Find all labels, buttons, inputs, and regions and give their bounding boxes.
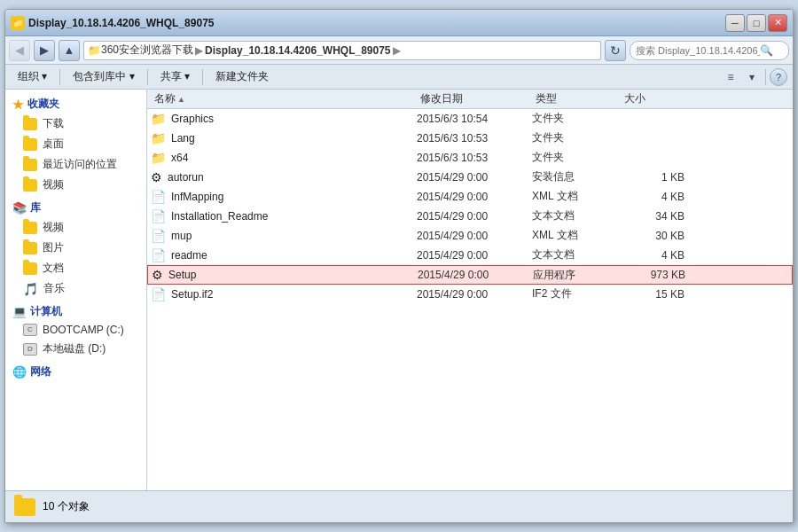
- file-rows-container: 📁 Graphics 2015/6/3 10:54 文件夹 📁 Lang 201…: [147, 109, 793, 304]
- view-icon-button[interactable]: ≡: [721, 68, 740, 86]
- toolbar-separator1: [59, 69, 60, 85]
- file-name-cell: ⚙ autorun: [151, 170, 417, 184]
- sidebar-header-library[interactable]: 📚 库: [5, 199, 146, 217]
- table-row[interactable]: ⚙ autorun 2015/4/29 0:00 安装信息 1 KB: [147, 168, 793, 187]
- share-button[interactable]: 共享 ▾: [153, 67, 197, 87]
- table-row[interactable]: 📄 InfMapping 2015/4/29 0:00 XML 文档 4 KB: [147, 187, 793, 207]
- file-name-cell: 📄 Setup.if2: [151, 287, 417, 301]
- path-separator1: ▶: [195, 44, 203, 57]
- col-header-date[interactable]: 修改日期: [417, 91, 532, 106]
- sidebar-bootcamp-label: BOOTCAMP (C:): [43, 324, 124, 336]
- file-date-cell: 2015/6/3 10:54: [417, 113, 532, 125]
- sidebar-section-computer: 💻 计算机 C BOOTCAMP (C:) D 本地磁盘 (D:): [5, 302, 146, 359]
- status-bar: 10 个对象: [5, 490, 793, 522]
- col-header-size[interactable]: 大小: [621, 91, 692, 106]
- sidebar-item-lib-docs[interactable]: 文档: [5, 258, 146, 278]
- file-size-cell: 34 KB: [621, 210, 692, 223]
- sidebar-item-lib-video[interactable]: 视频: [5, 217, 146, 238]
- sidebar-item-bootcamp[interactable]: C BOOTCAMP (C:): [5, 321, 146, 339]
- file-name: InfMapping: [171, 191, 223, 203]
- search-box[interactable]: 🔍: [630, 41, 789, 60]
- sidebar-desktop-label: 桌面: [43, 137, 64, 152]
- file-icon: ⚙: [152, 268, 163, 282]
- close-button[interactable]: ✕: [768, 14, 787, 32]
- file-name-cell: 📁 Lang: [151, 131, 417, 145]
- file-icon: 📄: [151, 248, 166, 262]
- sidebar-item-lib-pics[interactable]: 图片: [5, 238, 146, 258]
- path-part1: 360安全浏览器下载: [101, 43, 193, 58]
- refresh-button[interactable]: ↻: [605, 40, 626, 61]
- sidebar-item-video[interactable]: 视频: [5, 175, 146, 195]
- file-icon: 📄: [151, 190, 166, 204]
- sidebar-header-favorites[interactable]: ★ 收藏夹: [5, 95, 146, 113]
- sort-arrow-icon: ▲: [177, 95, 185, 104]
- forward-button[interactable]: ▶: [34, 40, 55, 61]
- folder-icon-recent: [23, 159, 37, 171]
- table-row[interactable]: 📁 Graphics 2015/6/3 10:54 文件夹: [147, 109, 793, 129]
- table-row[interactable]: 📄 mup 2015/4/29 0:00 XML 文档 30 KB: [147, 226, 793, 246]
- sidebar-favorites-label: 收藏夹: [27, 97, 59, 112]
- file-date-cell: 2015/6/3 10:53: [417, 132, 532, 145]
- sidebar-item-recent[interactable]: 最近访问的位置: [5, 154, 146, 175]
- sidebar-download-label: 下载: [43, 116, 64, 131]
- path-part2: Display_10.18.14.4206_WHQL_89075: [205, 44, 390, 57]
- sidebar-lib-docs-label: 文档: [43, 261, 64, 276]
- help-button[interactable]: ?: [770, 68, 787, 86]
- file-date-cell: 2015/4/29 0:00: [417, 210, 532, 223]
- sidebar-header-computer[interactable]: 💻 计算机: [5, 302, 146, 321]
- col-header-name[interactable]: 名称 ▲: [151, 91, 417, 106]
- search-input[interactable]: [636, 45, 760, 56]
- computer-icon: 💻: [12, 305, 27, 318]
- file-name-cell: 📄 readme: [151, 248, 417, 262]
- col-type-label: 类型: [536, 91, 557, 106]
- col-size-label: 大小: [624, 91, 645, 106]
- sidebar-item-download[interactable]: 下载: [5, 113, 146, 134]
- title-bar-controls: ─ □ ✕: [725, 14, 787, 32]
- col-header-type[interactable]: 类型: [532, 91, 621, 106]
- back-button[interactable]: ◀: [9, 40, 30, 61]
- path-separator2: ▶: [393, 44, 401, 57]
- maximize-button[interactable]: □: [747, 14, 766, 32]
- address-path[interactable]: 📁 360安全浏览器下载 ▶ Display_10.18.14.4206_WHQ…: [83, 41, 601, 60]
- organize-button[interactable]: 组织 ▾: [11, 67, 54, 87]
- include-library-button[interactable]: 包含到库中 ▾: [66, 67, 141, 87]
- file-name: mup: [171, 230, 192, 242]
- file-date-cell: 2015/4/29 0:00: [417, 191, 532, 203]
- file-name: Setup.if2: [171, 288, 213, 301]
- file-name: readme: [171, 249, 207, 262]
- folder-icon-lib-video: [23, 222, 37, 234]
- col-name-label: 名称: [154, 91, 176, 106]
- table-row[interactable]: 📄 Installation_Readme 2015/4/29 0:00 文本文…: [147, 207, 793, 226]
- sidebar-header-network[interactable]: 🌐 网络: [5, 363, 146, 381]
- table-row[interactable]: 📁 x64 2015/6/3 10:53 文件夹: [147, 148, 793, 168]
- file-type-cell: XML 文档: [532, 189, 621, 204]
- table-row[interactable]: 📁 Lang 2015/6/3 10:53 文件夹: [147, 129, 793, 148]
- folder-icon-download: [23, 118, 37, 130]
- file-icon: 📁: [151, 112, 166, 126]
- star-icon: ★: [12, 98, 24, 112]
- file-name: Installation_Readme: [171, 210, 268, 223]
- file-icon: 📁: [151, 151, 166, 165]
- file-size-cell: 1 KB: [621, 171, 692, 184]
- file-name-cell: 📄 mup: [151, 229, 417, 243]
- file-type-cell: 文件夹: [532, 130, 621, 145]
- change-view-button[interactable]: ▾: [742, 68, 762, 86]
- table-row[interactable]: 📄 readme 2015/4/29 0:00 文本文档 4 KB: [147, 246, 793, 265]
- minimize-button[interactable]: ─: [725, 14, 745, 32]
- window-title: Display_10.18.14.4206_WHQL_89075: [28, 17, 214, 29]
- drive-icon-c: C: [23, 324, 37, 336]
- file-date-cell: 2015/4/29 0:00: [417, 249, 532, 262]
- file-name-cell: 📄 Installation_Readme: [151, 209, 417, 223]
- sidebar-item-lib-music[interactable]: 🎵 音乐: [5, 278, 146, 299]
- file-size-cell: 4 KB: [621, 249, 692, 262]
- up-button[interactable]: ▲: [59, 40, 80, 61]
- file-name: autorun: [168, 171, 204, 184]
- table-row[interactable]: 📄 Setup.if2 2015/4/29 0:00 IF2 文件 15 KB: [147, 285, 793, 304]
- file-list-header: 名称 ▲ 修改日期 类型 大小: [147, 90, 793, 109]
- sidebar-item-local-disk[interactable]: D 本地磁盘 (D:): [5, 339, 146, 359]
- table-row[interactable]: ⚙ Setup 2015/4/29 0:00 应用程序 973 KB: [147, 265, 793, 285]
- file-type-cell: 安装信息: [532, 169, 621, 184]
- new-folder-button[interactable]: 新建文件夹: [208, 67, 276, 87]
- sidebar-local-disk-label: 本地磁盘 (D:): [43, 341, 106, 356]
- sidebar-item-desktop[interactable]: 桌面: [5, 134, 146, 154]
